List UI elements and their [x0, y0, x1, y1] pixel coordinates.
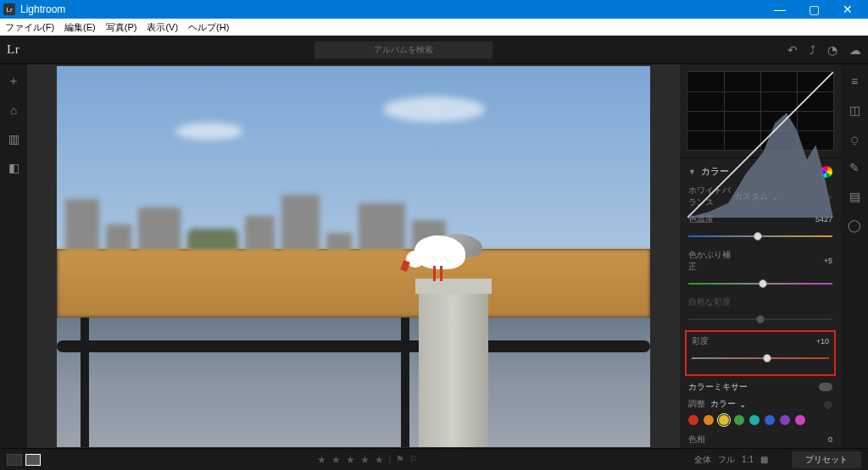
tint-slider[interactable] — [688, 278, 832, 290]
window-maximize-button[interactable]: ▢ — [797, 0, 831, 19]
saturation-value: +10 — [816, 337, 829, 346]
hue-value: 0 — [828, 435, 832, 444]
saturation-label: 彩度 — [692, 335, 737, 347]
undo-icon[interactable]: ↶ — [787, 43, 798, 57]
rating-star[interactable]: ★ — [360, 454, 370, 466]
add-photos-icon[interactable]: ＋ — [7, 75, 20, 88]
flag-reject-icon[interactable]: ⚐ — [409, 454, 418, 465]
rating-star[interactable]: ★ — [317, 454, 326, 466]
tint-label: 色かぶり補正 — [688, 249, 734, 273]
notifications-icon[interactable]: ◔ — [827, 43, 837, 57]
vibrance-slider — [688, 313, 832, 325]
mixer-toggle[interactable] — [819, 383, 832, 391]
menu-photo[interactable]: 写真(P) — [106, 21, 137, 34]
temp-slider[interactable] — [688, 230, 832, 242]
share-icon[interactable]: ⤴ — [810, 43, 815, 57]
mixer-color-swatch[interactable] — [719, 415, 729, 425]
zoom-fit[interactable]: 全体 — [694, 454, 711, 466]
saturation-slider[interactable] — [692, 352, 829, 364]
filmstrip-thumb-active[interactable] — [25, 454, 41, 466]
mixer-color-swatch[interactable] — [704, 415, 714, 425]
menu-edit[interactable]: 編集(E) — [64, 21, 96, 34]
mixer-adjust-dropdown[interactable]: カラー⌄ — [710, 398, 746, 410]
linear-gradient-icon[interactable]: ▤ — [849, 190, 860, 203]
crop-icon[interactable]: ◫ — [849, 103, 860, 117]
rating-star[interactable]: ★ — [331, 454, 341, 466]
edit-panel: ▼ カラー ホワイトバランス カスタム⌄ ⟐ 色温度 5427 色かぶり補正 +… — [680, 64, 841, 448]
flag-pick-icon[interactable]: ⚑ — [396, 454, 404, 465]
mixer-color-swatch[interactable] — [749, 415, 760, 425]
mixer-color-swatch[interactable] — [734, 415, 744, 425]
vibrance-label: 自然な彩度 — [688, 296, 734, 308]
photo-preview — [57, 66, 650, 447]
zoom-11[interactable]: 1:1 — [742, 455, 754, 464]
color-mixer-swatches — [688, 415, 832, 425]
home-icon[interactable]: ⌂ — [7, 103, 20, 117]
tint-value: +5 — [824, 257, 832, 265]
top-toolbar: Lr ↶ ⤴ ◔ ☁ — [0, 36, 868, 64]
rating-star[interactable]: ★ — [346, 454, 355, 466]
mixer-adjust-label: 調整 — [688, 398, 705, 410]
hue-label: 色相 — [688, 434, 734, 445]
targeted-adjust-icon[interactable]: ◎ — [824, 399, 832, 410]
cloud-sync-icon[interactable]: ☁ — [849, 43, 861, 57]
rating-star[interactable]: ★ — [375, 454, 384, 466]
healing-icon[interactable]: ⍜ — [851, 132, 858, 146]
menu-view[interactable]: 表示(V) — [147, 21, 178, 34]
histogram[interactable] — [680, 64, 841, 158]
mixer-color-swatch[interactable] — [765, 415, 775, 425]
canvas[interactable] — [27, 64, 680, 448]
saturation-highlight: 彩度 +10 — [685, 330, 836, 376]
right-tool-rail: ≡ ◫ ⍜ ✎ ▤ ◯ — [841, 64, 868, 448]
window-title: Lightroom — [20, 3, 763, 15]
edit-sliders-icon[interactable]: ≡ — [851, 75, 858, 88]
share-panel-icon[interactable]: ◧ — [7, 161, 20, 174]
app-icon: Lr — [3, 3, 15, 15]
library-icon[interactable]: ▥ — [7, 132, 20, 146]
menu-bar: ファイル(F) 編集(E) 写真(P) 表示(V) ヘルプ(H) — [0, 19, 868, 36]
window-titlebar: Lr Lightroom — ▢ ✕ — [0, 0, 868, 19]
radial-gradient-icon[interactable]: ◯ — [848, 218, 861, 232]
bottom-bar: ★ ★ ★ ★ ★ | ⚑ ⚐ 全体 フル 1:1 ▦ プリセット — [0, 448, 868, 470]
presets-button[interactable]: プリセット — [792, 451, 861, 468]
mixer-color-swatch[interactable] — [688, 415, 698, 425]
menu-file[interactable]: ファイル(F) — [5, 21, 54, 34]
window-close-button[interactable]: ✕ — [831, 0, 865, 19]
filmstrip-thumb[interactable] — [7, 454, 22, 466]
mixer-color-swatch[interactable] — [780, 415, 790, 425]
mixer-title: カラーミキサー — [688, 381, 748, 393]
zoom-full[interactable]: フル — [718, 454, 735, 466]
window-minimize-button[interactable]: — — [763, 0, 797, 19]
grid-view-icon[interactable]: ▦ — [760, 455, 768, 464]
search-input[interactable] — [314, 41, 492, 58]
brush-icon[interactable]: ✎ — [849, 161, 860, 174]
mixer-color-swatch[interactable] — [795, 415, 805, 425]
logo: Lr — [7, 42, 19, 57]
menu-help[interactable]: ヘルプ(H) — [188, 21, 229, 34]
left-rail: ＋ ⌂ ▥ ◧ — [0, 64, 27, 448]
